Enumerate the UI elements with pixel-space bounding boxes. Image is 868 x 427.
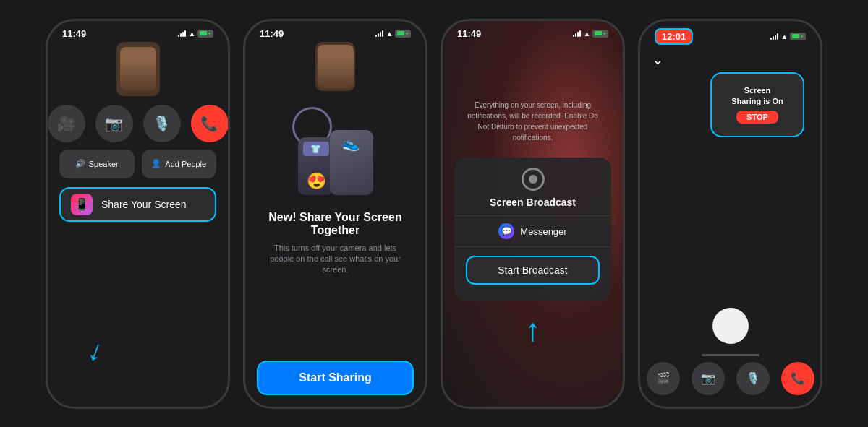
signal-icon-3 <box>573 30 581 37</box>
status-icons-4: ▲ + <box>770 33 806 40</box>
mute-button[interactable]: 🎙️ <box>143 105 181 142</box>
broadcast-panel: Screen Broadcast 💬 Messenger Start Broad… <box>454 158 611 301</box>
action-row-1: 🔊 Speaker 👤 Add People <box>59 150 216 178</box>
share-screen-button[interactable]: 📱 Share Your Screen <box>59 187 216 222</box>
status-icons-2: ▲ + <box>375 30 411 38</box>
broadcast-dot-icon <box>522 168 545 191</box>
status-bar-1: 11:49 ▲ + <box>48 21 228 42</box>
wifi-icon-3: ▲ <box>583 30 590 38</box>
add-people-icon: 👤 <box>151 159 161 168</box>
broadcast-dot-inner <box>529 175 537 184</box>
status-icons-3: ▲ + <box>573 30 608 38</box>
illus-phone-main: 👟 <box>330 130 373 195</box>
messenger-row: 💬 Messenger <box>454 216 611 246</box>
mic-icon: 🎙️ <box>746 371 760 385</box>
illus-emoji-face: 😍 <box>307 172 326 191</box>
video-slash-icon: 🎬 <box>656 371 671 385</box>
battery-icon-4: + <box>790 33 806 40</box>
signal-icon-2 <box>375 30 383 37</box>
status-bar-2: 11:49 ▲ + <box>245 21 425 42</box>
phone1-content: 🎥 📷 🎙️ 📞 🔊 Speaker 👤 Add People 📱 Share … <box>48 42 228 407</box>
phone4-end-call-button[interactable]: 📞 <box>781 362 814 395</box>
video-button[interactable]: 🎥 <box>48 105 85 142</box>
share-screen-label: Share Your Screen <box>101 199 187 210</box>
self-view-1 <box>116 42 160 96</box>
time-4: 12:01 <box>655 28 693 45</box>
phone2-content: 👕 👟 😍 New! Share Your Screen Together Th… <box>245 42 425 407</box>
capture-button[interactable] <box>712 308 749 344</box>
avatar-1 <box>120 47 156 90</box>
phone-end-icon: 📞 <box>791 371 805 385</box>
phone-4: 12:01 ▲ + ⌄ ScreenSharing is On STOP <box>638 19 822 409</box>
end-call-button[interactable]: 📞 <box>191 105 229 142</box>
start-sharing-button[interactable]: Start Sharing <box>257 361 414 395</box>
time-3: 11:49 <box>457 28 481 39</box>
phone4-video-button[interactable]: 🎬 <box>647 362 680 395</box>
wifi-icon-4: ▲ <box>780 33 788 40</box>
phone-2: 11:49 ▲ + 👕 👟 <box>243 19 427 409</box>
self-view-2 <box>315 42 355 91</box>
illus-shirt: 👕 <box>303 142 329 156</box>
stop-label: STOP <box>746 113 768 121</box>
status-bar-3: 11:49 ▲ + <box>443 21 623 42</box>
status-bar-4: 12:01 ▲ + <box>640 21 820 48</box>
wifi-icon: ▲ <box>188 30 195 38</box>
share-together-title: New! Share Your Screen Together <box>257 211 414 237</box>
start-broadcast-label: Start Broadcast <box>498 264 568 276</box>
speaker-label: Speaker <box>89 160 119 168</box>
phone-3: 11:49 ▲ + Everything on your screen, inc… <box>441 19 625 409</box>
screen-sharing-title: ScreenSharing is On <box>731 85 783 106</box>
stop-button[interactable]: STOP <box>736 111 778 124</box>
phone3-inner: 11:49 ▲ + Everything on your screen, inc… <box>443 21 623 407</box>
arrow-indicator-3: ↑ <box>525 312 541 348</box>
battery-icon: + <box>197 30 213 38</box>
phone4-controls: 🎬 📷 🎙️ 📞 <box>647 362 814 395</box>
chevron-down-icon[interactable]: ⌄ <box>652 51 664 68</box>
signal-icon-4 <box>770 33 778 40</box>
illus-shoes: 👟 <box>342 134 360 152</box>
phone3-overlay: Everything on your screen, including not… <box>443 42 623 407</box>
add-people-label: Add People <box>165 160 206 168</box>
status-icons-1: ▲ + <box>178 30 213 38</box>
wifi-icon-2: ▲ <box>386 30 393 38</box>
broadcast-warning: Everything on your screen, including not… <box>454 100 611 143</box>
arrow-indicator-1: ↑ <box>82 336 107 371</box>
illustration: 👕 👟 😍 <box>285 100 386 201</box>
speaker-icon: 🔊 <box>75 159 85 168</box>
broadcast-title: Screen Broadcast <box>490 197 576 208</box>
share-together-subtitle: This turns off your camera and lets peop… <box>257 243 414 276</box>
start-broadcast-wrapper: Start Broadcast <box>454 247 611 296</box>
phone4-camera-button[interactable]: 📷 <box>692 362 725 395</box>
phone4-content: ⌄ ScreenSharing is On STOP 🎬 📷 🎙️ 📞 <box>640 48 820 407</box>
screen-sharing-box: ScreenSharing is On STOP <box>710 72 804 137</box>
phone-1: 11:49 ▲ + 🎥 📷 🎙️ 📞 <box>46 19 230 409</box>
phone4-mic-button[interactable]: 🎙️ <box>736 362 770 395</box>
start-broadcast-button[interactable]: Start Broadcast <box>466 256 600 285</box>
battery-icon-2: + <box>395 30 411 38</box>
messenger-label: Messenger <box>520 226 566 237</box>
camera-icon: 📷 <box>701 371 715 385</box>
home-indicator-4 <box>702 354 760 356</box>
time-1: 11:49 <box>62 28 86 39</box>
call-controls-1: 🎥 📷 🎙️ 📞 <box>48 105 229 142</box>
add-people-button[interactable]: 👤 Add People <box>142 150 217 178</box>
share-screen-icon: 📱 <box>71 194 93 215</box>
battery-icon-3: + <box>592 30 608 38</box>
time-2: 11:49 <box>260 28 284 39</box>
messenger-icon: 💬 <box>498 223 514 239</box>
avatar-2 <box>318 45 354 88</box>
signal-icon <box>178 30 186 37</box>
start-sharing-label: Start Sharing <box>299 371 371 384</box>
speaker-button[interactable]: 🔊 Speaker <box>59 150 135 178</box>
camera-flip-button[interactable]: 📷 <box>95 105 133 142</box>
